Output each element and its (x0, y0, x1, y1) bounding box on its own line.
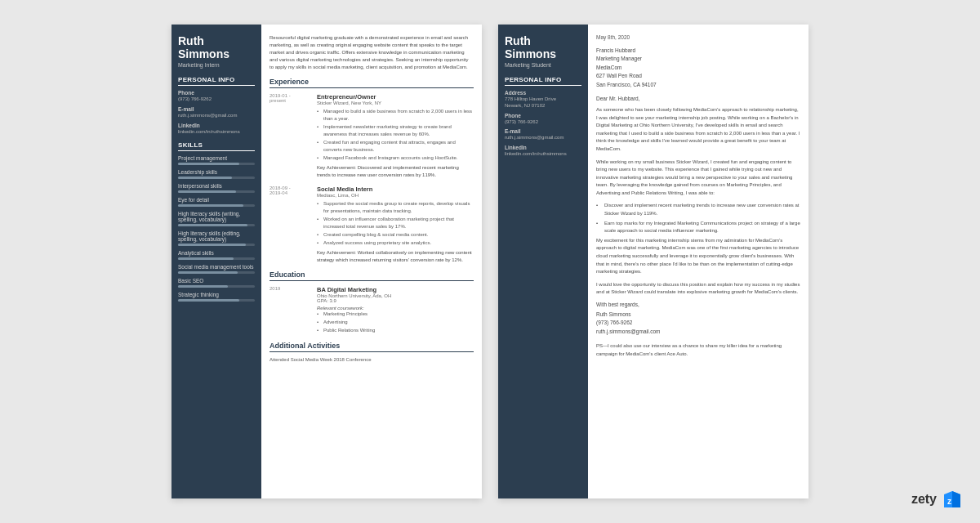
edu-content: BA Digital Marketing Ohio Northern Unive… (317, 286, 391, 335)
skill-bar-bg (178, 299, 255, 302)
skill-name: Basic SEO (178, 278, 255, 284)
additional-activities: Attended Social Media Week 2018 Conferen… (270, 357, 474, 362)
cl-address-value: 778 Hilltop Haven DriveNewark, NJ 07102 (505, 96, 581, 110)
skill-item: Leadership skills (178, 169, 255, 179)
exp-bullet: Worked on an influencer collaboration ma… (317, 216, 474, 230)
skill-item: Social media management tools (178, 264, 255, 274)
skill-name: High literacy skills (writing, spelling,… (178, 211, 255, 222)
skill-bar-bg (178, 190, 255, 193)
cl-email-label: E-mail (505, 128, 581, 134)
skill-name: Leadership skills (178, 169, 255, 175)
skill-name: Project management (178, 155, 255, 161)
cl-closing: With best regards, (596, 302, 800, 307)
linkedin-label: LinkedIn (178, 123, 255, 128)
skill-item: High literacy skills (editing, spelling,… (178, 230, 255, 246)
resume-sidebar: Ruth Simmons Marketing Intern Personal I… (172, 25, 261, 498)
resume-main: Resourceful digital marketing graduate w… (261, 25, 482, 498)
cl-main: May 8th, 2020 Francis HubbardMarketing M… (588, 25, 808, 498)
cl-sig-name: Ruth Simmons (596, 311, 800, 319)
cl-sig-phone: (973) 766-9262 (596, 319, 800, 327)
cl-paragraph: My excitement for this marketing interns… (596, 237, 800, 276)
cl-linkedin-label: LinkedIn (505, 145, 581, 150)
cl-phone-value: (973) 766-9262 (505, 119, 581, 126)
phone-label: Phone (178, 90, 255, 96)
personal-info-title: Personal Info (178, 76, 255, 86)
skill-name: Interpersonal skills (178, 183, 255, 189)
course-item: Public Relations Writing (317, 327, 391, 334)
documents-wrapper: Ruth Simmons Marketing Intern Personal I… (147, 0, 833, 523)
skill-bar-fill (178, 177, 232, 179)
exp-bullet: Created fun and engaging content that at… (317, 139, 474, 154)
cl-recipient: Francis HubbardMarketing ManagerMediaCom… (596, 47, 800, 89)
exp-company: Sticker Wizard, New York, NY (317, 101, 474, 105)
skill-item: Interpersonal skills (178, 183, 255, 193)
skill-bar-bg (178, 257, 255, 260)
exp-job-title: Entrepreneur/Owner (317, 93, 474, 101)
experience-entry: 2019-01 -present Entrepreneur/Owner Stic… (270, 93, 474, 179)
skill-bar-bg (178, 204, 255, 207)
exp-date: 2018-09 -2019-04 (270, 186, 310, 264)
education-list: 2019 BA Digital Marketing Ohio Northern … (270, 286, 474, 335)
cl-bullets: Discover and implement recent marketing … (596, 202, 800, 235)
skill-bar-bg (178, 224, 255, 226)
zety-text: zety (911, 492, 937, 507)
exp-job-title: Social Media Intern (317, 186, 474, 193)
cl-paragraphs: As someone who has been closely followin… (596, 106, 800, 198)
svg-text:z: z (947, 497, 951, 506)
skill-bar-fill (178, 271, 238, 274)
additional-title: Additional Activities (270, 342, 474, 352)
svg-marker-1 (952, 491, 960, 507)
resume-document: Ruth Simmons Marketing Intern Personal I… (172, 25, 482, 498)
experience-title: Experience (270, 78, 474, 88)
exp-date: 2019-01 -present (270, 93, 310, 179)
skill-name: High literacy skills (editing, spelling,… (178, 230, 255, 242)
resume-last-name: Simmons (178, 47, 255, 60)
experience-entry: 2018-09 -2019-04 Social Media Intern Med… (270, 186, 474, 264)
cl-sidebar: Ruth Simmons Marketing Student Personal … (498, 25, 588, 498)
skill-bar-fill (178, 299, 239, 302)
skill-item: Strategic thinking (178, 292, 255, 302)
cl-bullet: Discover and implement recent marketing … (596, 202, 800, 217)
cl-job-title: Marketing Student (505, 62, 581, 68)
cl-ps: PS—I could also use our interview as a c… (596, 342, 800, 358)
skill-name: Analytical skills (178, 250, 255, 256)
cl-linkedin-value: linkedin.com/in/ruthsimmons (505, 151, 581, 158)
exp-bullet: Managed Facebook and Instagram accounts … (317, 154, 474, 162)
skills-list: Project management Leadership skills Int… (178, 155, 255, 302)
skill-bar-bg (178, 177, 255, 179)
skill-bar-fill (178, 285, 228, 288)
linkedin-value: linkedin.com/in/ruthsimmons (178, 129, 255, 136)
exp-bullet: Implemented newsletter marketing strateg… (317, 123, 474, 138)
exp-bullet: Created compelling blog & social media c… (317, 231, 474, 239)
skill-bar-fill (178, 190, 236, 193)
cl-last-name: Simmons (505, 47, 581, 60)
resume-summary: Resourceful digital marketing graduate w… (270, 34, 474, 71)
edu-degree: BA Digital Marketing (317, 286, 391, 293)
education-entry: 2019 BA Digital Marketing Ohio Northern … (270, 286, 474, 335)
zety-logo: zety z (911, 488, 964, 511)
course-item: Marketing Principles (317, 311, 391, 318)
cl-personal-info-title: Personal Info (505, 76, 581, 86)
edu-gpa: GPA: 3.9 (317, 298, 391, 303)
cl-sig-email: ruth.j.simmons@gmail.com (596, 328, 800, 336)
zety-icon: z (941, 488, 964, 511)
cl-paragraph: As someone who has been closely followin… (596, 106, 800, 154)
email-value: ruth.j.simmons@gmail.com (178, 113, 255, 119)
skill-bar-fill (178, 244, 246, 246)
cl-date: May 8th, 2020 (596, 34, 800, 40)
skill-name: Strategic thinking (178, 292, 255, 297)
skill-bar-bg (178, 271, 255, 274)
edu-date: 2019 (270, 286, 310, 335)
experience-list: 2019-01 -present Entrepreneur/Owner Stic… (270, 93, 474, 264)
exp-bullet: Analyzed success using proprietary site … (317, 239, 474, 247)
skill-item: Eye for detail (178, 197, 255, 207)
skill-bar-bg (178, 163, 255, 165)
exp-content: Entrepreneur/Owner Sticker Wizard, New Y… (317, 93, 474, 179)
phone-value: (973) 766-9262 (178, 96, 255, 103)
skill-bar-fill (178, 257, 234, 260)
skill-bar-fill (178, 163, 239, 165)
skill-item: High literacy skills (writing, spelling,… (178, 211, 255, 226)
exp-bullet: Managed to build a side business from sc… (317, 108, 474, 123)
exp-company: Mediasc, Lima, OH (317, 193, 474, 198)
cl-paragraph: While working on my small business Stick… (596, 159, 800, 198)
